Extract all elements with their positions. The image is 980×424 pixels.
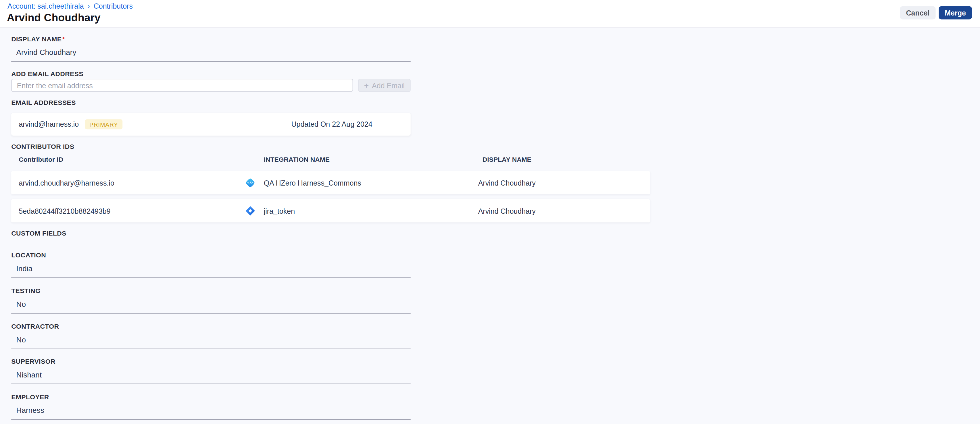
employer-input[interactable]	[11, 402, 411, 420]
employer-label: EMPLOYER	[11, 393, 411, 400]
custom-field-contractor: CONTRACTOR	[11, 322, 411, 349]
column-header-integration-name: INTEGRATION NAME	[245, 156, 478, 163]
breadcrumb: Account: sai.cheethirala›Contributors	[8, 3, 133, 10]
location-label: LOCATION	[11, 251, 411, 259]
integration-name-cell: QA HZero Harness_Commons	[264, 179, 361, 186]
cancel-button[interactable]: Cancel	[900, 6, 936, 19]
email-addresses-label: EMAIL ADDRESSES	[11, 99, 76, 106]
breadcrumb-account-link[interactable]: Account: sai.cheethirala	[8, 3, 84, 10]
required-asterisk: *	[62, 35, 65, 43]
display-name-label: DISPLAY NAME*	[11, 35, 411, 43]
jira-icon	[245, 205, 256, 216]
add-email-label: ADD EMAIL ADDRESS	[11, 70, 83, 78]
add-email-button[interactable]: + Add Email	[358, 79, 411, 92]
custom-field-testing: TESTING	[11, 287, 411, 314]
page: Account: sai.cheethirala›Contributors Ar…	[0, 0, 980, 424]
email-address-card: arvind@harness.io PRIMARY Updated On 22 …	[11, 113, 411, 136]
contractor-label: CONTRACTOR	[11, 322, 411, 330]
plus-icon: +	[364, 81, 369, 89]
page-header: Account: sai.cheethirala›Contributors Ar…	[0, 0, 980, 28]
column-header-contributor-id: Contributor ID	[11, 156, 245, 163]
table-row: arvind.choudhary@harness.io </> QA HZero…	[11, 171, 650, 194]
page-title: Arvind Choudhary	[7, 12, 100, 24]
testing-label: TESTING	[11, 287, 411, 294]
custom-field-location: LOCATION	[11, 251, 411, 278]
contributor-id-cell: 5eda80244ff3210b882493b9	[11, 207, 245, 214]
custom-fields-label: CUSTOM FIELDS	[11, 229, 67, 237]
display-name-input[interactable]	[11, 44, 411, 62]
column-header-display-name: DISPLAY NAME	[478, 156, 650, 163]
display-name-field: DISPLAY NAME*	[11, 35, 411, 62]
table-row: 5eda80244ff3210b882493b9 jira_token Arvi…	[11, 199, 650, 222]
contributor-ids-label: CONTRIBUTOR IDS	[11, 143, 74, 150]
contributor-ids-table-header: Contributor ID INTEGRATION NAME DISPLAY …	[11, 156, 650, 163]
add-email-input[interactable]	[11, 79, 353, 92]
location-input[interactable]	[11, 260, 411, 278]
display-name-cell: Arvind Choudhary	[478, 179, 650, 186]
custom-field-supervisor: SUPERVISOR	[11, 357, 411, 384]
email-updated-on: Updated On 22 Aug 2024	[291, 121, 372, 128]
supervisor-label: SUPERVISOR	[11, 357, 411, 365]
svg-text:</>: </>	[247, 181, 253, 185]
contributor-id-cell: arvind.choudhary@harness.io	[11, 179, 245, 186]
testing-input[interactable]	[11, 296, 411, 314]
primary-badge: PRIMARY	[85, 119, 123, 129]
code-integration-icon: </>	[245, 178, 256, 188]
contractor-input[interactable]	[11, 332, 411, 349]
email-address-value: arvind@harness.io	[19, 121, 79, 128]
supervisor-input[interactable]	[11, 367, 411, 384]
breadcrumb-contributors-link[interactable]: Contributors	[94, 3, 133, 10]
display-name-cell: Arvind Choudhary	[478, 207, 650, 214]
breadcrumb-separator-icon: ›	[88, 3, 90, 10]
custom-field-employer: EMPLOYER	[11, 393, 411, 420]
add-email-button-label: Add Email	[372, 82, 405, 89]
merge-button[interactable]: Merge	[939, 6, 972, 19]
integration-name-cell: jira_token	[264, 207, 295, 214]
